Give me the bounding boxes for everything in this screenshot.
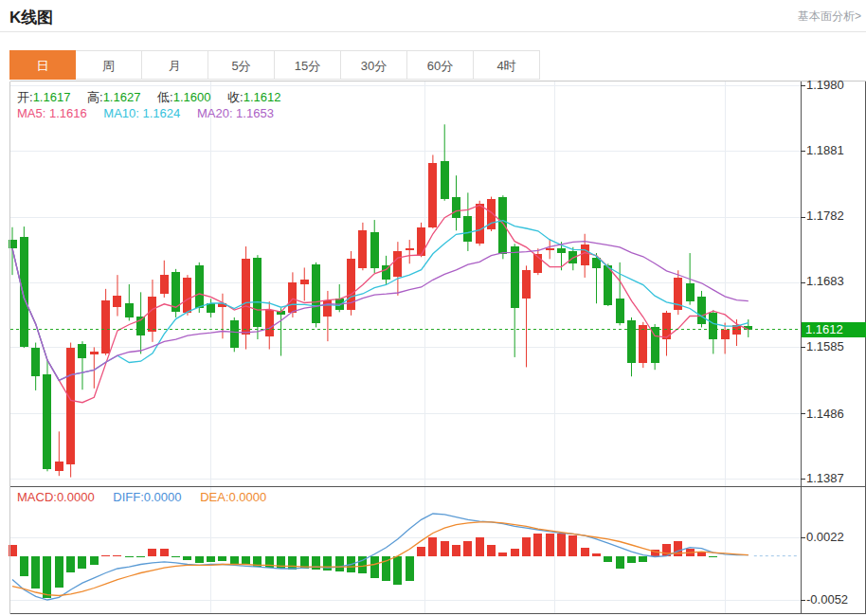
macd-bar [101, 555, 110, 557]
open-value: 1.1617 [33, 90, 71, 104]
macd-bar [195, 556, 204, 563]
diff-line [12, 514, 749, 600]
macd-readout: MACD:0.0000 DIFF:0.0000 DEA:0.0000 [17, 490, 281, 504]
macd-bar [55, 556, 63, 588]
kline-page: { "header": { "title": "K线图", "link": "基… [0, 0, 866, 616]
low-label: 低: [157, 90, 173, 104]
candle-body [312, 264, 320, 323]
close-label: 收: [227, 90, 244, 104]
candle-body [183, 278, 191, 313]
ma20-readout: MA20: 1.1653 [197, 106, 274, 120]
macd-bar [428, 537, 437, 556]
macd-bar [522, 537, 531, 556]
candle-body [604, 265, 612, 305]
candle-body [160, 275, 169, 294]
low-value: 1.1600 [173, 90, 211, 104]
macd-bar [709, 556, 717, 558]
candle-body [300, 280, 309, 284]
candle-body [20, 237, 28, 347]
candles-series [9, 124, 753, 477]
close-value: 1.1612 [244, 90, 281, 104]
candle-body [101, 300, 110, 353]
macd-value: MACD:0.0000 [17, 490, 95, 504]
candle-body [288, 282, 297, 313]
macd-bar [581, 548, 589, 556]
macd-bar [113, 555, 121, 557]
macd-bar [370, 556, 379, 578]
candle-body [125, 303, 134, 317]
macd-bar [557, 534, 566, 555]
candle-body [709, 313, 717, 339]
open-label: 开: [17, 90, 33, 104]
macd-bar [616, 556, 624, 569]
candle-body [498, 197, 507, 253]
macd-bar [335, 556, 344, 571]
macd-bar [511, 549, 519, 555]
macd-bar [406, 556, 414, 582]
candle-body [616, 299, 624, 322]
macd-bar [31, 556, 40, 589]
candle-body [265, 310, 274, 336]
macd-bar [78, 556, 86, 569]
price-axis-label: 1.1387 [806, 471, 863, 485]
candle-body [230, 320, 239, 348]
candle-body [90, 352, 99, 354]
macd-bar [160, 549, 169, 556]
candle-body [511, 246, 519, 308]
macd-bar [487, 545, 496, 556]
candle-body [148, 297, 156, 332]
macd-axis-label: -0.0052 [806, 592, 863, 607]
candle-body [546, 248, 554, 250]
candle-body [452, 197, 460, 218]
ma10-line [12, 221, 749, 381]
candle-body [358, 230, 367, 268]
candle-body [697, 297, 706, 324]
macd-bar [393, 556, 402, 585]
candle-body [31, 348, 40, 376]
macd-bar [441, 541, 449, 555]
macd-bar [207, 556, 215, 562]
macd-bar [230, 556, 239, 564]
price-axis-label: 1.1881 [806, 143, 863, 157]
macd-bar [171, 556, 180, 558]
candle-body [417, 227, 425, 256]
price-axis-label: 1.1980 [806, 78, 863, 92]
candle-body [113, 296, 121, 307]
macd-bar [546, 534, 554, 556]
candle-body [9, 240, 17, 248]
macd-bar [288, 556, 297, 570]
price-axis-label: 1.1486 [806, 407, 863, 421]
candle-body [78, 344, 86, 358]
macd-bar [639, 556, 647, 562]
macd-bar [20, 556, 28, 576]
macd-bar [417, 547, 425, 556]
candle-body [43, 374, 51, 468]
macd-bar [463, 541, 472, 555]
candle-body [721, 330, 730, 339]
macd-bar [452, 545, 460, 556]
current-price-tag: 1.1612 [802, 322, 866, 337]
candle-body [686, 283, 695, 302]
macd-bar [136, 556, 145, 558]
price-axis-label: 1.1683 [806, 274, 863, 288]
macd-bar [277, 556, 285, 569]
candle-body [393, 251, 402, 277]
macd-bar [90, 556, 99, 566]
macd-bar [9, 545, 17, 556]
macd-bar [604, 556, 612, 562]
diff-value: DIFF:0.0000 [113, 490, 181, 504]
macd-bar [498, 553, 507, 556]
candle-body [195, 265, 204, 308]
macd-bar [476, 537, 484, 556]
candle-body [463, 216, 472, 242]
candle-body [66, 348, 75, 464]
candle-body [253, 258, 262, 327]
macd-bar [697, 553, 706, 556]
candle-body [55, 462, 63, 471]
candle-body [651, 327, 659, 363]
candle-body [627, 320, 636, 363]
dea-line [12, 522, 749, 596]
macd-bar [592, 553, 601, 556]
ma5-line [12, 205, 749, 402]
candle-body [370, 232, 379, 268]
